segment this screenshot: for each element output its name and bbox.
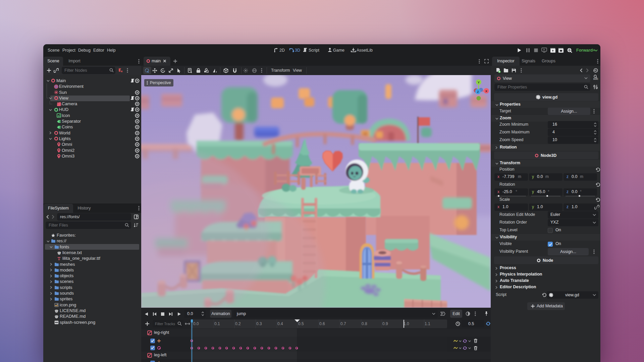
svg-text:Y: Y: [478, 80, 480, 84]
svg-text:Z: Z: [477, 90, 479, 94]
svg-text:X: X: [485, 89, 488, 93]
svg-text:DOC: DOC: [593, 78, 598, 80]
